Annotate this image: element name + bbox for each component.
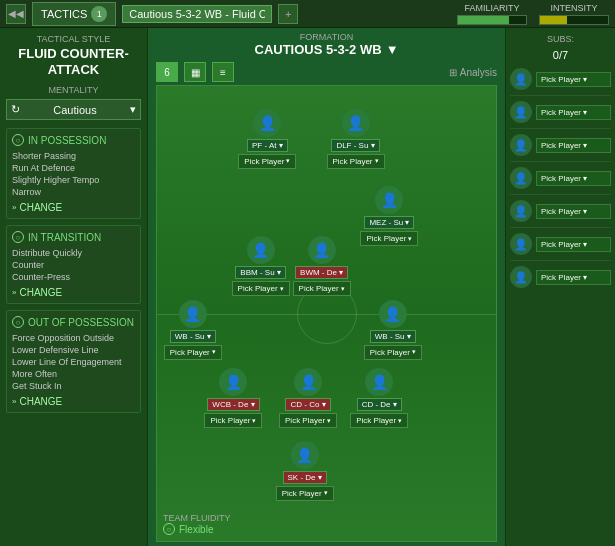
player-bbm-role: BBM - Su ▾ bbox=[235, 266, 285, 279]
player-bbm: 👤 BBM - Su ▾ Pick Player ▾ bbox=[232, 236, 290, 296]
sub-icon-7: 👤 bbox=[510, 266, 532, 288]
list-item: Lower Defensive Line bbox=[12, 344, 135, 356]
list-item: Narrow bbox=[12, 186, 135, 198]
left-panel: TACTICAL STYLE FLUID COUNTER-ATTACK MENT… bbox=[0, 28, 148, 546]
player-bbm-pick[interactable]: Pick Player ▾ bbox=[232, 281, 290, 296]
fluidity-value-text: Flexible bbox=[179, 524, 213, 535]
mentality-icon: ↻ bbox=[11, 103, 20, 116]
list-item: Get Stuck In bbox=[12, 380, 135, 392]
formation-label: FORMATION bbox=[148, 32, 505, 42]
player-wcb-pick[interactable]: Pick Player ▾ bbox=[204, 413, 262, 428]
in-possession-title: ○ IN POSSESSION bbox=[12, 134, 135, 146]
out-of-possession-change-btn[interactable]: » CHANGE bbox=[12, 396, 135, 407]
mentality-dropdown[interactable]: ↻ Cautious ▾ bbox=[6, 99, 141, 120]
top-bar: ◀◀ TACTICS 1 + FAMILIARITY INTENSITY bbox=[0, 0, 615, 28]
player-wcb-role: WCB - De ▾ bbox=[207, 398, 259, 411]
out-of-possession-block: ○ OUT OF POSSESSION Force Opposition Out… bbox=[6, 310, 141, 413]
in-transition-change-btn[interactable]: » CHANGE bbox=[12, 287, 135, 298]
mentality-label: MENTALITY bbox=[6, 85, 141, 95]
player-sk-icon: 👤 bbox=[291, 441, 319, 469]
mentality-value: Cautious bbox=[53, 104, 96, 116]
pitch: 👤 PF - At ▾ Pick Player ▾ 👤 DLF - Su ▾ P… bbox=[156, 85, 497, 542]
list-item: Force Opposition Outside bbox=[12, 332, 135, 344]
subs-header: SUBS: bbox=[510, 34, 611, 44]
player-dlf-pick[interactable]: Pick Player ▾ bbox=[327, 154, 385, 169]
toolbar-btn-1[interactable]: 6 bbox=[156, 62, 178, 82]
sub-slot-3: 👤 Pick Player ▾ bbox=[510, 134, 611, 156]
familiarity-section: FAMILIARITY bbox=[457, 3, 527, 25]
intensity-section: INTENSITY bbox=[539, 3, 609, 25]
player-cd-right-role: CD - De ▾ bbox=[357, 398, 402, 411]
sub-icon-6: 👤 bbox=[510, 233, 532, 255]
in-possession-icon: ○ bbox=[12, 134, 24, 146]
list-item: Shorter Passing bbox=[12, 150, 135, 162]
player-mez-role: MEZ - Su ▾ bbox=[364, 216, 414, 229]
familiarity-label: FAMILIARITY bbox=[464, 3, 519, 13]
tactical-style-label: TACTICAL STYLE bbox=[6, 34, 141, 44]
player-wcb: 👤 WCB - De ▾ Pick Player ▾ bbox=[204, 368, 262, 428]
analysis-btn[interactable]: ⊞ Analysis bbox=[449, 67, 497, 78]
player-wb-right: 👤 WB - Su ▾ Pick Player ▾ bbox=[364, 300, 422, 360]
player-wb-left: 👤 WB - Su ▾ Pick Player ▾ bbox=[164, 300, 222, 360]
player-pf: 👤 PF - At ▾ Pick Player ▾ bbox=[238, 109, 296, 169]
player-wb-right-pick[interactable]: Pick Player ▾ bbox=[364, 345, 422, 360]
intensity-label: INTENSITY bbox=[550, 3, 597, 13]
list-item: Run At Defence bbox=[12, 162, 135, 174]
mentality-chevron: ▾ bbox=[130, 103, 136, 116]
sub-pick-btn-2[interactable]: Pick Player ▾ bbox=[536, 105, 611, 120]
sub-icon-3: 👤 bbox=[510, 134, 532, 156]
player-mez: 👤 MEZ - Su ▾ Pick Player ▾ bbox=[360, 186, 418, 246]
tactics-label: TACTICS bbox=[41, 8, 87, 20]
sub-icon-5: 👤 bbox=[510, 200, 532, 222]
player-sk-role: SK - De ▾ bbox=[283, 471, 327, 484]
player-sk-pick[interactable]: Pick Player ▾ bbox=[276, 486, 334, 501]
player-bwm-pick[interactable]: Pick Player ▾ bbox=[293, 281, 351, 296]
out-of-possession-icon: ○ bbox=[12, 316, 24, 328]
toolbar-btn-2[interactable]: ▦ bbox=[184, 62, 206, 82]
sub-slot-7: 👤 Pick Player ▾ bbox=[510, 266, 611, 288]
list-item: More Often bbox=[12, 368, 135, 380]
formation-header: FORMATION CAUTIOUS 5-3-2 WB ▼ bbox=[148, 28, 505, 59]
player-sk: 👤 SK - De ▾ Pick Player ▾ bbox=[276, 441, 334, 501]
sub-pick-btn-3[interactable]: Pick Player ▾ bbox=[536, 138, 611, 153]
player-dlf: 👤 DLF - Su ▾ Pick Player ▾ bbox=[327, 109, 385, 169]
intensity-bar bbox=[539, 15, 609, 25]
sub-pick-btn-5[interactable]: Pick Player ▾ bbox=[536, 204, 611, 219]
sub-pick-btn-7[interactable]: Pick Player ▾ bbox=[536, 270, 611, 285]
tab-name-input[interactable] bbox=[122, 5, 272, 23]
player-cd-mid-icon: 👤 bbox=[294, 368, 322, 396]
toolbar-btn-3[interactable]: ≡ bbox=[212, 62, 234, 82]
list-item: Distribute Quickly bbox=[12, 247, 135, 259]
player-wb-left-role: WB - Su ▾ bbox=[170, 330, 216, 343]
sub-pick-btn-6[interactable]: Pick Player ▾ bbox=[536, 237, 611, 252]
sub-pick-btn-1[interactable]: Pick Player ▾ bbox=[536, 72, 611, 87]
player-wb-right-icon: 👤 bbox=[379, 300, 407, 328]
player-mez-pick[interactable]: Pick Player ▾ bbox=[360, 231, 418, 246]
in-possession-change-btn[interactable]: » CHANGE bbox=[12, 202, 135, 213]
player-wb-right-role: WB - Su ▾ bbox=[370, 330, 416, 343]
formation-dropdown-arrow[interactable]: ▼ bbox=[386, 42, 399, 57]
tactics-tab[interactable]: TACTICS 1 bbox=[32, 2, 116, 26]
main-content: TACTICAL STYLE FLUID COUNTER-ATTACK MENT… bbox=[0, 28, 615, 546]
list-item: Lower Line Of Engagement bbox=[12, 356, 135, 368]
back-arrow[interactable]: ◀◀ bbox=[6, 4, 26, 24]
player-wb-left-icon: 👤 bbox=[179, 300, 207, 328]
in-possession-block: ○ IN POSSESSION Shorter Passing Run At D… bbox=[6, 128, 141, 219]
player-cd-mid-pick[interactable]: Pick Player ▾ bbox=[279, 413, 337, 428]
player-pf-pick[interactable]: Pick Player ▾ bbox=[238, 154, 296, 169]
tactical-style-value: FLUID COUNTER-ATTACK bbox=[6, 46, 141, 77]
team-fluidity: TEAM FLUIDITY ○ Flexible bbox=[163, 513, 231, 535]
subs-count: 0/7 bbox=[510, 49, 611, 61]
player-cd-right-pick[interactable]: Pick Player ▾ bbox=[350, 413, 408, 428]
add-tab-button[interactable]: + bbox=[278, 4, 298, 24]
in-possession-list: Shorter Passing Run At Defence Slightly … bbox=[12, 150, 135, 198]
in-transition-list: Distribute Quickly Counter Counter-Press bbox=[12, 247, 135, 283]
player-mez-icon: 👤 bbox=[375, 186, 403, 214]
familiarity-bar bbox=[457, 15, 527, 25]
player-bbm-icon: 👤 bbox=[247, 236, 275, 264]
right-panel: SUBS: 0/7 👤 Pick Player ▾ 👤 Pick Player … bbox=[505, 28, 615, 546]
player-wb-left-pick[interactable]: Pick Player ▾ bbox=[164, 345, 222, 360]
sub-slot-4: 👤 Pick Player ▾ bbox=[510, 167, 611, 189]
sub-slot-1: 👤 Pick Player ▾ bbox=[510, 68, 611, 90]
sub-pick-btn-4[interactable]: Pick Player ▾ bbox=[536, 171, 611, 186]
